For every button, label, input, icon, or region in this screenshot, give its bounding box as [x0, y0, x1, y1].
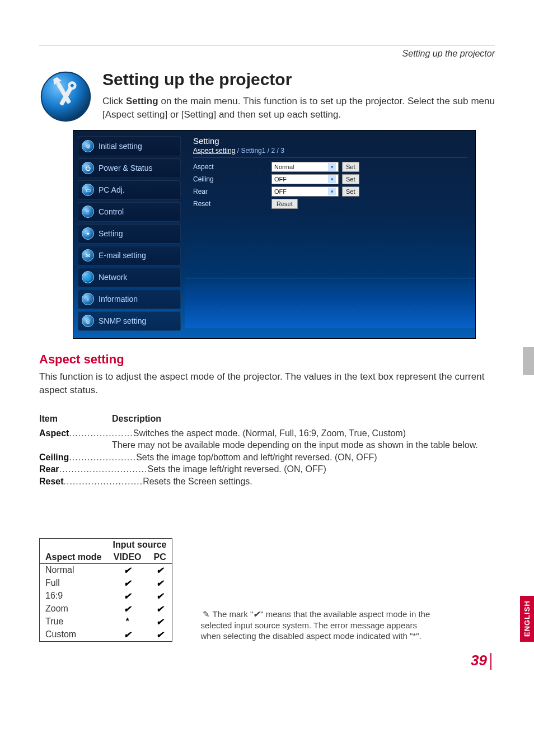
set-button[interactable]: Set	[342, 186, 359, 197]
row-label: Ceiling	[193, 175, 271, 183]
sidebar-item-snmp-setting[interactable]: ◎SNMP setting	[78, 311, 181, 331]
sidebar-item-pc-adj[interactable]: ▭PC Adj.	[78, 180, 181, 200]
intro-text: Click Setting on the main menu. This fun…	[102, 95, 495, 122]
page-title: Setting up the projector	[102, 70, 495, 89]
table-row: 16:9✔✔	[40, 590, 172, 603]
aspect-select[interactable]: Normal▾	[271, 162, 339, 172]
header-rule	[39, 45, 495, 45]
sidebar-item-label: E-mail setting	[99, 251, 146, 260]
tab-2[interactable]: 2	[271, 147, 275, 155]
chevron-down-icon: ▾	[328, 188, 336, 195]
sidebar-item-label: Setting	[99, 229, 123, 238]
definition-row: Rear.............................Sets th…	[39, 463, 495, 475]
row-ceiling: Ceiling OFF▾ Set	[193, 174, 467, 184]
gear-icon: ⚙	[82, 140, 94, 152]
panel-tabs: Aspect setting / Setting1 / 2 / 3	[193, 147, 467, 157]
ceiling-select[interactable]: OFF▾	[271, 174, 339, 184]
table-row: True*✔	[40, 615, 172, 628]
table-row: Normal✔✔	[40, 563, 172, 577]
table-row: Zoom✔✔	[40, 603, 172, 615]
col-description: Description	[112, 414, 161, 424]
definition-row: Reset..........................Resets th…	[39, 475, 495, 488]
power-icon: ⏻	[82, 162, 94, 174]
header-aspect-mode: Aspect mode	[40, 551, 107, 564]
table-row: Custom✔✔	[40, 628, 172, 642]
row-label: Aspect	[193, 163, 271, 171]
sidebar-item-network[interactable]: 🌐Network	[78, 267, 181, 287]
tab-aspect-setting[interactable]: Aspect setting	[193, 147, 235, 155]
reflection-floor	[185, 278, 475, 328]
sidebar-item-label: PC Adj.	[99, 185, 125, 194]
sliders-icon: ≡	[82, 206, 94, 218]
sidebar-item-label: Network	[99, 273, 127, 282]
envelope-icon: ✉	[82, 249, 94, 262]
row-label: Rear	[193, 188, 271, 195]
sidebar-item-label: Initial setting	[99, 142, 142, 151]
side-tab-english: ENGLISH	[520, 596, 534, 642]
section-heading: Aspect setting	[39, 352, 495, 367]
row-label: Reset	[193, 200, 271, 208]
definition-row: Aspect.....................Switches the …	[39, 427, 495, 451]
monitor-icon: ▭	[82, 184, 94, 196]
panel-title: Setting	[193, 136, 467, 146]
reset-button[interactable]: Reset	[271, 199, 298, 209]
tab-3[interactable]: 3	[280, 147, 284, 155]
header-breadcrumb: Setting up the projector	[39, 49, 495, 59]
sidebar-item-label: Control	[99, 207, 124, 216]
table-row: Full✔✔	[40, 577, 172, 590]
chevron-down-icon: ▾	[328, 175, 336, 183]
sidebar-item-setting[interactable]: ✦Setting	[78, 223, 181, 244]
set-button[interactable]: Set	[342, 174, 359, 184]
header-input-source: Input source	[107, 538, 172, 551]
sidebar-item-power-status[interactable]: ⏻Power & Status	[78, 158, 181, 178]
globe-icon: 🌐	[82, 271, 94, 283]
row-reset: Reset Reset	[193, 199, 467, 209]
sidebar-item-label: SNMP setting	[99, 316, 146, 325]
header-pc: PC	[148, 551, 172, 564]
row-rear: Rear OFF▾ Set	[193, 186, 467, 197]
footnote: ✎ The mark "✔" means that the available …	[200, 609, 435, 642]
sidebar-item-control[interactable]: ≡Control	[78, 202, 181, 222]
sidebar-item-information[interactable]: iInformation	[78, 289, 181, 309]
sidebar-item-label: Power & Status	[99, 164, 153, 172]
snmp-icon: ◎	[82, 315, 94, 327]
side-tab-gray	[523, 347, 534, 375]
chevron-down-icon: ▾	[328, 163, 336, 171]
definitions-header: Item Description	[39, 414, 495, 424]
sidebar: ⚙Initial setting ⏻Power & Status ▭PC Adj…	[73, 130, 185, 338]
set-button[interactable]: Set	[342, 162, 359, 172]
tab-setting1[interactable]: Setting1	[241, 147, 265, 155]
definition-row: Ceiling......................Sets the im…	[39, 451, 495, 464]
row-aspect: Aspect Normal▾ Set	[193, 162, 467, 172]
sidebar-item-email-setting[interactable]: ✉E-mail setting	[78, 245, 181, 265]
sidebar-item-label: Information	[99, 295, 138, 304]
col-item: Item	[39, 414, 112, 424]
content-panel: Setting Aspect setting / Setting1 / 2 / …	[185, 130, 475, 338]
page-number: 39	[39, 652, 495, 670]
rear-select[interactable]: OFF▾	[271, 186, 339, 197]
aspect-mode-table: Input source Aspect mode VIDEO PC Normal…	[39, 538, 172, 642]
info-icon: i	[82, 293, 94, 305]
section-body: This function is to adjust the aspect mo…	[39, 370, 495, 397]
sidebar-item-initial-setting[interactable]: ⚙Initial setting	[78, 136, 181, 156]
header-video: VIDEO	[107, 551, 147, 564]
wrench-screwdriver-icon	[39, 70, 92, 123]
wrench-icon: ✦	[82, 227, 94, 240]
settings-screenshot: ⚙Initial setting ⏻Power & Status ▭PC Adj…	[73, 130, 476, 339]
